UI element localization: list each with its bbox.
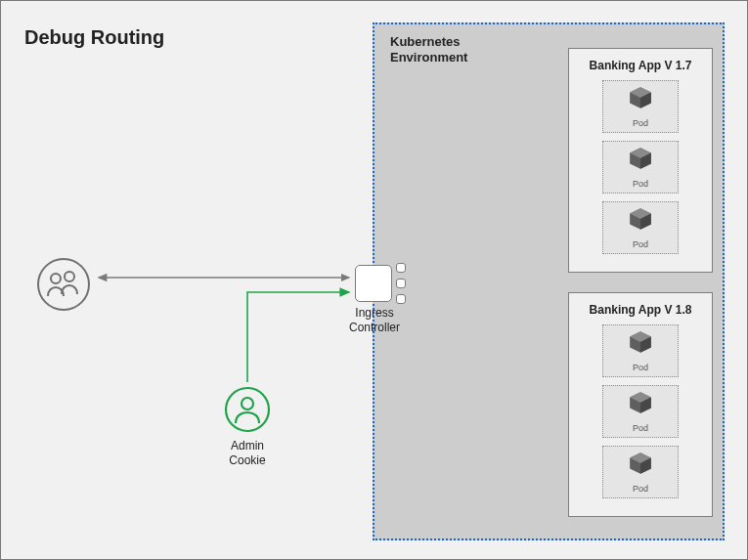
pod-label: Pod [603, 239, 678, 249]
app1-box: Banking App V 1.7 Pod Pod Pod [568, 48, 713, 273]
cube-icon [628, 206, 653, 232]
admin-label-l2: Cookie [229, 453, 265, 467]
kube-env-label-l1: Kubernetes [390, 34, 461, 49]
diagram-canvas: Debug Routing Kubernetes Environ [0, 0, 748, 560]
app1-pod: Pod [602, 141, 679, 194]
svg-point-4 [242, 398, 253, 409]
ingress-port [396, 279, 406, 288]
pod-label: Pod [603, 118, 678, 128]
cube-icon [628, 146, 653, 171]
cube-icon [628, 329, 653, 355]
cube-icon [628, 451, 653, 476]
edge-admin-ingress [247, 292, 349, 382]
admin-label: Admin Cookie [218, 439, 277, 468]
admin-label-l1: Admin [231, 439, 264, 452]
kube-env-label: Kubernetes Environment [390, 34, 467, 65]
ingress-port [396, 263, 406, 273]
page-title: Debug Routing [24, 26, 164, 49]
users-group-icon [36, 257, 91, 312]
pod-label: Pod [603, 179, 678, 189]
app2-pod: Pod [602, 446, 679, 498]
ingress-port [396, 294, 406, 304]
cube-icon [628, 85, 653, 110]
app1-pod: Pod [602, 80, 679, 133]
ingress-controller-icon [355, 265, 392, 302]
ingress-label: Ingress Controller [345, 306, 404, 335]
cube-icon [628, 390, 653, 415]
app2-pod: Pod [602, 324, 679, 377]
svg-point-1 [51, 274, 61, 283]
svg-point-2 [65, 272, 74, 281]
pod-label: Pod [603, 484, 678, 494]
ingress-label-l1: Ingress [355, 306, 393, 320]
app2-pod: Pod [602, 385, 679, 438]
kube-env-label-l2: Environment [390, 50, 467, 65]
pod-label: Pod [603, 423, 678, 433]
pod-label: Pod [603, 363, 678, 372]
kubernetes-environment: Kubernetes Environment Banking App V 1.7… [373, 22, 725, 540]
app1-pod: Pod [602, 201, 679, 254]
ingress-label-l2: Controller [349, 321, 400, 334]
admin-user-icon [224, 386, 271, 433]
app2-box: Banking App V 1.8 Pod Pod Pod [568, 292, 713, 517]
app2-title: Banking App V 1.8 [577, 303, 704, 317]
app1-title: Banking App V 1.7 [577, 59, 704, 72]
svg-point-0 [38, 259, 89, 310]
